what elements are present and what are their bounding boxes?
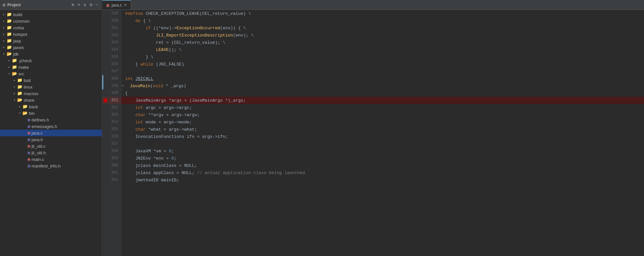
tree-label: linux [24,85,33,90]
code-line-354: int mode = args->mode; [121,118,644,126]
code-line-341: if ((*env)->ExceptionOccurred(env)) { \ [121,24,644,32]
tree-arrow [1,13,7,16]
tree-arrow [1,39,7,43]
folder-icon: 📁 [7,25,12,30]
tree-label: build [13,12,22,17]
gutter-line-351: 351 [102,97,121,104]
tree-arrow [1,32,7,36]
tree-item-bin[interactable]: 📂 bin [0,110,102,116]
sidebar-title: Project [7,3,21,7]
tree-label: bin [29,111,35,116]
tree-item-make[interactable]: 📁 make [0,64,102,70]
gutter: 339 340 341 342 343 344 345 346 347 348 [102,10,121,256]
code-line-339: #define CHECK_EXCEPTION_LEAVE(CEL_return… [121,10,644,17]
tree-item-jaxp[interactable]: 📁 jaxp [0,38,102,44]
folder-icon: 📂 [17,97,22,103]
code-line-348: int JNICALL [121,75,644,82]
code-area: 339 340 341 342 343 344 345 346 347 348 [102,10,644,256]
code-content[interactable]: #define CHECK_EXCEPTION_LEAVE(CEL_return… [121,10,644,256]
file-h-icon: ▣ [28,117,30,122]
tree-arrow [7,65,12,69]
code-line-361: jclass appClass = NULL; // actual applic… [121,169,644,176]
tree-arrow [12,78,17,82]
folder-icon: 📁 [7,32,12,37]
gutter-line-361: 361 [102,169,121,176]
minimize-icon[interactable]: − [95,2,99,8]
gutter-line-360: 360 [102,162,121,169]
code-line-343: ret = (CEL_return_value); \ [121,39,644,46]
code-line-345: } \ [121,53,644,61]
gutter-line-348: 348 [102,75,121,82]
tree-item-jli-util-c[interactable]: ▣ jli_util.c [0,143,102,149]
folder-icon: ▣ [3,2,5,8]
tree-item-jli-util-h[interactable]: ▣ jli_util.h [0,149,102,156]
gutter-line-358: 358 [102,147,121,155]
fold-arrow[interactable]: ▽ [122,84,124,88]
tree-item-main-c[interactable]: ▣ main.c [0,156,102,163]
tree-item-jdk[interactable]: 📂 jdk [0,51,102,57]
tree-item-jcheck[interactable]: 📁 .jcheck [0,57,102,64]
file-c-icon: ▣ [28,143,30,149]
tree-arrow [12,85,17,89]
code-line-356: InvocationFunctions ifn = args->ifn; [121,133,644,140]
folder-icon: 📂 [22,111,28,116]
code-line-349: ▽ JavaMain(void * _args) [121,82,644,90]
tree-item-build[interactable]: 📁 build [0,11,102,18]
tree-item-common[interactable]: 📁 common [0,18,102,24]
folder-icon: 📁 [17,78,22,83]
folder-icon: 📁 [7,38,12,43]
file-h-icon: ▣ [28,150,30,155]
locate-icon[interactable]: ⊕ [71,1,75,8]
gutter-line-356: 356 [102,133,121,140]
tree-item-macosx[interactable]: 📁 macosx [0,90,102,97]
gutter-line-343: 343 [102,39,121,46]
tree-arrow [1,45,7,49]
code-line-342: JLI_ReportExceptionDescription(env); \ [121,32,644,39]
folder-icon: 📁 [17,91,22,96]
tree-label: .jcheck [18,58,32,63]
settings-icon[interactable]: ⚙ [89,1,93,8]
gutter-line-354: 354 [102,118,121,126]
code-line-344: LEAVE(); \ [121,46,644,53]
sidebar-tree: 📁 build 📁 common 📁 corba 📁 hotspot 📁 jax… [0,10,102,256]
tree-arrow [17,111,22,115]
gutter-line-350: 350 [102,90,121,97]
tree-label: java.h [32,137,43,142]
tab-close-button[interactable]: ✕ [124,3,127,7]
gutter-line-339: 339 [102,10,121,17]
tree-item-emessages-h[interactable]: ▣ emessages.h [0,123,102,130]
tab-file-icon: ▣ [106,3,110,8]
tree-item-java-c[interactable]: ▣ java.c [0,130,102,136]
code-line-360: jclass mainClass = NULL; [121,162,644,169]
folder-icon: 📁 [7,12,12,17]
file-c-icon: ▣ [28,157,30,162]
tree-item-corba[interactable]: 📁 corba [0,24,102,31]
tab-label: java.c [112,3,122,8]
gutter-line-353: 353 [102,111,121,118]
tree-label: jdk [13,52,19,57]
tree-label: manifest_info.h [32,164,61,168]
collapse-all-icon[interactable]: ≡ [77,2,81,8]
file-h-icon: ▣ [28,137,30,142]
gutter-line-342: 342 [102,32,121,39]
tree-item-back[interactable]: 📁 back [0,103,102,110]
sidebar: ▣ Project ⊕ ≡ ⇅ ⚙ − 📁 build 📁 common 📁 c… [0,0,102,256]
folder-icon: 📁 [7,18,12,24]
tree-item-bsd[interactable]: 📁 bsd [0,77,102,84]
tree-item-share[interactable]: 📂 share [0,97,102,103]
tree-item-manifest-info-h[interactable]: ▣ manifest_info.h [0,163,102,169]
sort-icon[interactable]: ⇅ [83,1,87,8]
tree-label: java.c [32,131,43,136]
change-marker [102,82,103,90]
tree-item-src[interactable]: 📂 src [0,70,102,77]
gutter-line-359: 359 [102,155,121,162]
code-line-355: char *what = args->what; [121,126,644,133]
change-marker [102,75,103,82]
tree-label: src [18,71,24,76]
tree-item-jaxws[interactable]: 📁 jaxws [0,44,102,51]
tree-item-linux[interactable]: 📁 linux [0,84,102,90]
tree-item-defines-h[interactable]: ▣ defines.h [0,116,102,123]
tree-item-hotspot[interactable]: 📁 hotspot [0,31,102,38]
tree-item-java-h[interactable]: ▣ java.h [0,136,102,143]
tab-java-c[interactable]: ▣ java.c ✕ [102,0,131,10]
